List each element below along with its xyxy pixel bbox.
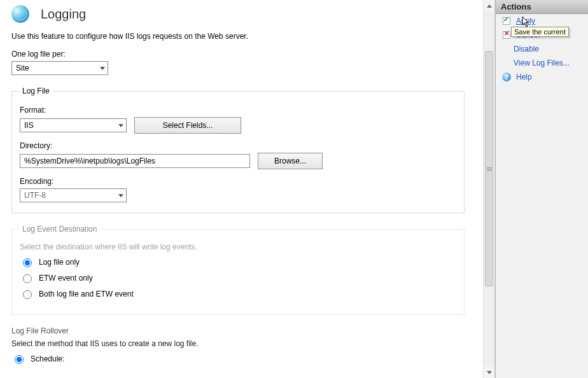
one-log-file-per-value: Site [16, 64, 29, 73]
radio-both-label: Both log file and ETW event [39, 290, 134, 298]
chevron-down-icon [118, 194, 123, 197]
encoding-select[interactable]: UTF-8 [20, 188, 127, 202]
chevron-down-icon [100, 67, 105, 70]
apply-link[interactable]: Apply [516, 17, 535, 25]
action-apply[interactable]: Apply Save the current [496, 14, 588, 28]
radio-etw-only-input[interactable] [23, 274, 32, 283]
radio-schedule-input[interactable] [15, 355, 24, 364]
page-title: Logging [41, 7, 86, 22]
log-file-legend: Log File [20, 87, 52, 95]
directory-input[interactable] [20, 154, 250, 168]
scroll-down-button[interactable] [484, 367, 494, 378]
scroll-up-button[interactable] [484, 0, 494, 11]
dest-legend: Log Event Destination [20, 225, 99, 234]
action-disable[interactable]: Disable [496, 42, 588, 56]
vertical-scrollbar[interactable] [483, 0, 494, 378]
directory-label: Directory: [20, 141, 456, 150]
tooltip: Save the current [511, 27, 569, 37]
encoding-label: Encoding: [20, 177, 456, 186]
radio-both-input[interactable] [23, 290, 32, 299]
actions-header: Actions [496, 0, 588, 14]
format-select[interactable]: IIS [20, 118, 127, 132]
radio-schedule[interactable]: Schedule: [11, 353, 465, 364]
actions-pane: Actions Apply Save the current Cancel Di… [495, 0, 588, 378]
one-log-file-per-select[interactable]: Site [11, 61, 108, 75]
log-event-destination-group: Log Event Destination Select the destina… [11, 225, 465, 315]
dest-description: Select the destination where IIS will wr… [20, 242, 456, 251]
radio-schedule-label: Schedule: [31, 354, 64, 363]
log-file-group: Log File Format: IIS Select Fields... Di… [11, 87, 465, 213]
help-icon: ? [502, 73, 511, 81]
cancel-icon [502, 31, 511, 39]
radio-log-file-only-label: Log file only [39, 258, 80, 267]
page-description: Use this feature to configure how IIS lo… [11, 32, 473, 41]
radio-etw-only[interactable]: ETW event only [20, 272, 456, 283]
format-value: IIS [24, 121, 34, 130]
rollover-group: Log File Rollover Select the method that… [11, 326, 465, 364]
rollover-legend: Log File Rollover [11, 326, 465, 335]
chevron-down-icon [118, 124, 123, 127]
format-label: Format: [20, 106, 456, 115]
disable-link[interactable]: Disable [514, 45, 539, 53]
radio-log-file-only-input[interactable] [23, 258, 32, 267]
one-log-file-per-label: One log file per: [11, 50, 473, 59]
logging-icon [11, 5, 29, 23]
encoding-value: UTF-8 [24, 191, 46, 200]
radio-both[interactable]: Both log file and ETW event [20, 288, 456, 299]
select-fields-button[interactable]: Select Fields... [134, 117, 241, 134]
rollover-description: Select the method that IIS uses to creat… [11, 339, 465, 348]
view-logs-link[interactable]: View Log Files... [514, 59, 570, 67]
action-help[interactable]: ? Help [496, 70, 588, 84]
help-link[interactable]: Help [516, 73, 532, 81]
scroll-thumb[interactable] [485, 51, 493, 286]
action-view-logs[interactable]: View Log Files... [496, 56, 588, 70]
apply-icon [502, 17, 511, 25]
main-pane: Logging Use this feature to configure ho… [0, 0, 495, 378]
browse-button[interactable]: Browse... [258, 153, 323, 169]
radio-etw-only-label: ETW event only [39, 274, 93, 283]
radio-log-file-only[interactable]: Log file only [20, 256, 456, 267]
